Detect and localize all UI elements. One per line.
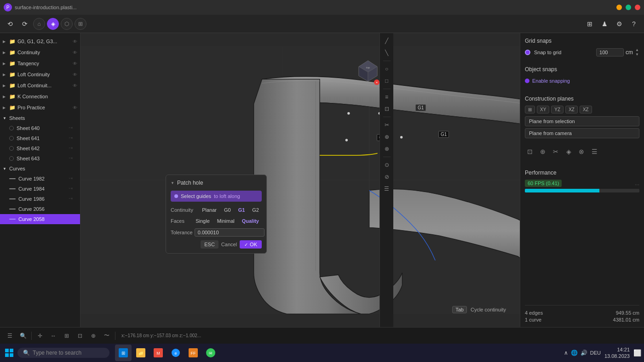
fps-label: 60 FPS (0.41)	[525, 180, 562, 187]
rt-divider-4	[383, 157, 391, 157]
rt-merge-btn[interactable]: ⊕	[382, 132, 392, 142]
bt-path-btn[interactable]: 〜	[101, 330, 113, 342]
bt-transform-btn[interactable]: ⊞	[61, 330, 73, 342]
panel-icon-5[interactable]: ⊗	[576, 147, 586, 157]
nav-active-btn[interactable]: ◈	[47, 18, 59, 30]
rt-split-btn[interactable]: ⊗	[382, 144, 392, 154]
taskbar-app-3[interactable]: M	[150, 345, 167, 361]
notification-btn[interactable]: ⬜	[633, 349, 641, 356]
rt-align-btn[interactable]: ⊘	[382, 172, 392, 182]
curve-2056[interactable]: Curve 2056	[0, 204, 80, 214]
sidebar-item-pro-practice[interactable]: ▶ 📁 Pro Practice 👁	[0, 102, 80, 113]
continuity-planar[interactable]: Planar	[199, 206, 219, 214]
rt-draw-btn[interactable]: ╱	[382, 36, 392, 46]
taskbar-app-6[interactable]: ✉	[202, 345, 219, 361]
taskbar-app-5[interactable]: FF	[185, 345, 201, 361]
panel-icon-3[interactable]: ✂	[551, 147, 561, 157]
ok-button[interactable]: ✓ OK	[240, 240, 262, 249]
start-button[interactable]	[3, 346, 16, 359]
toolbar-person-btn[interactable]: ♟	[598, 17, 611, 30]
snap-value-input[interactable]	[596, 48, 624, 57]
snap-increment-btn[interactable]: ▲	[635, 48, 639, 52]
rt-transform-btn[interactable]: ⊙	[382, 160, 392, 170]
continuity-g0[interactable]: G0	[221, 206, 234, 214]
toolbar-grid-btn[interactable]: ⊞	[583, 17, 596, 30]
taskbar-search-box[interactable]: 🔍 Type here to search	[17, 348, 109, 358]
edge-curve-counts: 4 edges 949.55 cm 1 curve 4381.01 cm	[525, 305, 639, 322]
nav-home-btn[interactable]: ⌂	[33, 18, 45, 30]
bt-add-btn[interactable]: ✛	[34, 330, 46, 342]
taskbar-app-1[interactable]: ⊞	[115, 345, 132, 361]
panel-icon-1[interactable]: ⊡	[525, 147, 535, 157]
sidebar-item-tangency[interactable]: ▶ 📁 Tangency 👁	[0, 58, 80, 69]
rt-scissors-btn[interactable]: ✂	[382, 120, 392, 130]
sidebar-item-g0g1g2g3[interactable]: ▶ 📁 G0, G1, G2, G3... 👁	[0, 36, 80, 47]
sheet-642[interactable]: Sheet 642 ⁻ˣ	[0, 143, 80, 153]
bt-point-btn[interactable]: ⊕	[87, 330, 99, 342]
tolerance-input[interactable]	[195, 228, 264, 237]
bt-move-btn[interactable]: ↔	[47, 330, 59, 342]
maximize-button[interactable]	[626, 5, 631, 10]
sidebar-item-k-connection[interactable]: ▶ 📁 K Connection	[0, 91, 80, 102]
expand-arrow-sheets: ▼	[3, 116, 7, 120]
cp-xy-btn[interactable]: XY	[537, 106, 549, 113]
panel-icon-6[interactable]: ☰	[589, 147, 599, 157]
keyboard-locale: DEU	[590, 350, 601, 356]
enable-snapping-label: Enable snapping	[532, 78, 570, 84]
sheet-643[interactable]: Sheet 643 ⁻ˣ	[0, 153, 80, 164]
sidebar-item-loft-continuity2[interactable]: ▶ 📁 Loft Continuit... 👁	[0, 80, 80, 91]
toolbar-forward-btn[interactable]: ⟳	[18, 17, 31, 30]
snap-decrement-btn[interactable]: ▼	[635, 52, 639, 57]
continuity-g2[interactable]: G2	[249, 206, 262, 214]
continuity-g1[interactable]: G1	[236, 206, 248, 214]
sidebar-item-continuity[interactable]: ▶ 📁 Continuity 👁	[0, 47, 80, 58]
taskbar-app-4[interactable]: e	[167, 345, 184, 361]
sheet-640[interactable]: Sheet 640 ⁻ˣ	[0, 123, 80, 133]
cp-xz2-btn[interactable]: XZ	[580, 106, 592, 113]
navigation-cube[interactable]: top ×	[356, 58, 380, 85]
sheets-section-header[interactable]: ▼ Sheets	[0, 113, 80, 123]
plane-from-selection-btn[interactable]: Plane from selection	[525, 116, 639, 126]
close-button[interactable]	[635, 5, 640, 10]
taskbar-app-2[interactable]: 📁	[132, 345, 149, 361]
sidebar-item-label: Pro Practice	[17, 105, 71, 110]
bt-frame-btn[interactable]: ⊡	[74, 330, 86, 342]
nav-grid-btn[interactable]: ⊞	[75, 18, 86, 30]
cp-icon-btn-1[interactable]: ⊞	[525, 106, 535, 113]
toolbar-help-btn[interactable]: ?	[627, 17, 640, 30]
cp-yz-btn[interactable]: YZ	[551, 106, 564, 113]
select-guides-row[interactable]: Select guides to loft along	[171, 191, 262, 202]
panel-icon-4[interactable]: ◈	[564, 147, 574, 157]
curve-1982[interactable]: Curve 1982 ⁻ˣ	[0, 174, 80, 184]
esc-button[interactable]: ESC	[201, 240, 218, 249]
faces-quality[interactable]: Quality	[239, 217, 262, 225]
minimize-button[interactable]	[616, 5, 622, 10]
viewport[interactable]: G1 G1 G1 G1 top × Patch hole Select guid…	[80, 33, 520, 327]
cp-xz-btn[interactable]: XZ	[565, 106, 578, 113]
bt-layers-btn[interactable]: ☰	[4, 330, 16, 342]
plane-from-camera-btn[interactable]: Plane from camera	[525, 128, 639, 138]
curve-1984[interactable]: Curve 1984 ⁻ˣ	[0, 184, 80, 194]
rt-layers-btn[interactable]: ≡	[382, 92, 392, 102]
cancel-button[interactable]: Cancel	[221, 242, 237, 247]
cube-close-icon[interactable]: ×	[374, 79, 380, 85]
snap-radio-icon[interactable]	[525, 50, 530, 55]
nav-cube-btn[interactable]: ⬡	[61, 18, 73, 30]
rt-square-btn[interactable]: □	[382, 76, 392, 86]
toolbar-settings-btn[interactable]: ⚙	[613, 17, 626, 30]
faces-single[interactable]: Single	[193, 217, 213, 225]
sheet-641[interactable]: Sheet 641 ⁻ˣ	[0, 133, 80, 143]
panel-icon-2[interactable]: ⊕	[538, 147, 548, 157]
rt-list-btn[interactable]: ☰	[382, 184, 392, 194]
bt-search-btn[interactable]: 🔍	[17, 330, 29, 342]
toolbar-back-btn[interactable]: ⟲	[4, 17, 17, 30]
curves-section-header[interactable]: ▼ Curves	[0, 164, 80, 174]
sidebar-item-loft-continuity[interactable]: ▶ 📁 Loft Continuity 👁	[0, 69, 80, 80]
faces-minimal[interactable]: Minimal	[214, 217, 237, 225]
curve-2058[interactable]: Curve 2058	[0, 214, 80, 224]
rt-line-btn[interactable]: ╲	[382, 48, 392, 58]
rt-circle-btn[interactable]: ○	[382, 64, 392, 74]
curve-1986[interactable]: Curve 1986 ⁻ˣ	[0, 194, 80, 204]
rt-frame-btn[interactable]: ⊡	[382, 104, 392, 114]
perf-dots[interactable]: ...	[635, 180, 639, 187]
